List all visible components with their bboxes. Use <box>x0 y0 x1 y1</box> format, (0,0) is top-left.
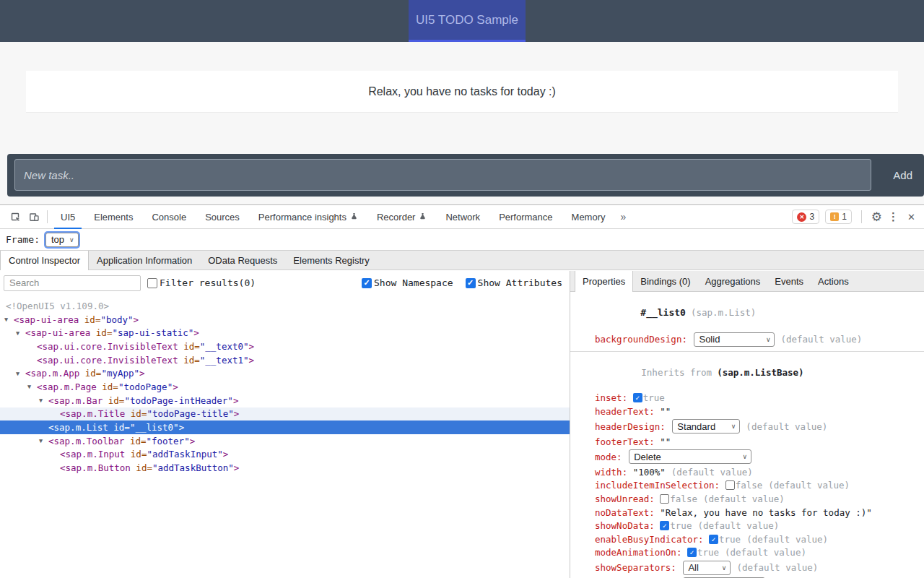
property-name: headerText: <box>595 406 660 417</box>
close-devtools-icon[interactable]: ✕ <box>905 212 918 223</box>
devtools-toolbar: UI5ElementsConsoleSourcesPerformance ins… <box>0 205 924 229</box>
property-row-includeiteminselection: includeItemInSelection: false(default va… <box>570 479 924 493</box>
chevron-down-icon: ∨ <box>722 564 727 571</box>
property-row-shownodata: showNoData: ✓true(default value) <box>570 519 924 532</box>
show-namespace-checkbox[interactable]: ✓ <box>362 278 372 288</box>
devtools-tab-recorder[interactable]: Recorder <box>367 205 436 229</box>
inherited-properties-section: inset: ✓trueheaderText: ""headerDesign: … <box>570 391 924 578</box>
tree-node-addtaskbutton[interactable]: <sap.m.Button id="addTaskButton"> <box>0 461 570 475</box>
property-bool-value: false <box>670 493 697 504</box>
add-task-toolbar: New task.. Add <box>7 154 924 197</box>
property-select-mode[interactable]: Delete∨ <box>629 449 751 464</box>
tree-search-row: Filter results(0) ✓ Show Namespace ✓ Sho… <box>0 271 570 295</box>
property-checkbox-showunread[interactable] <box>660 494 669 504</box>
tree-node-text1[interactable]: <sap.ui.core.InvisibleText id="__text1"> <box>0 353 570 367</box>
tree-node-text0[interactable]: <sap.ui.core.InvisibleText id="__text0"> <box>0 340 570 353</box>
devtools-tab-label: Console <box>152 212 186 223</box>
own-properties-section: backgroundDesign: Solid∨(default value) <box>570 331 924 352</box>
device-toolbar-icon[interactable] <box>25 207 43 226</box>
property-checkbox-inset[interactable]: ✓ <box>633 393 642 402</box>
inherits-from-class: (sap.m.ListBase) <box>717 367 803 378</box>
frame-select[interactable]: top ∨ <box>45 233 79 247</box>
properties-tab-aggregations[interactable]: Aggregations <box>698 271 768 291</box>
tree-node-todopage-intheader[interactable]: ▼<sap.m.Bar id="todoPage-intHeader"> <box>0 394 570 407</box>
devtools-tab-memory[interactable]: Memory <box>562 205 615 229</box>
properties-tab-events[interactable]: Events <box>767 271 811 291</box>
panel-tab-odata-requests[interactable]: OData Requests <box>200 251 285 269</box>
default-value-note: (default value) <box>746 421 827 432</box>
property-select-backgrounddesign[interactable]: Solid∨ <box>694 332 775 347</box>
no-data-text: Relax, you have no tasks for today :) <box>368 85 556 98</box>
panel-tab-control-inspector[interactable]: Control Inspector <box>0 251 89 270</box>
devtools-tab-sources[interactable]: Sources <box>196 205 249 229</box>
devtools-tab-performance[interactable]: Performance <box>489 205 562 229</box>
panel-tab-application-information[interactable]: Application Information <box>89 251 200 269</box>
properties-tab-bindings-0[interactable]: Bindings (0) <box>633 271 697 291</box>
tree-node-body[interactable]: ▼<sap-ui-area id="body"> <box>0 313 570 327</box>
warning-icon: ! <box>830 212 839 221</box>
tree-node-myapp[interactable]: ▼<sap.m.App id="myApp"> <box>0 366 570 380</box>
property-checkbox-shownodata[interactable]: ✓ <box>660 521 669 530</box>
selected-control-header: #__list0(sap.m.List) <box>570 293 924 331</box>
property-checkbox-enablebusyindicator[interactable]: ✓ <box>709 535 718 544</box>
inherits-from-header: Inherits from(sap.m.ListBase) <box>570 352 924 391</box>
properties-tab-properties[interactable]: Properties <box>575 271 633 292</box>
search-input[interactable] <box>4 275 141 291</box>
app-title: UI5 TODO Sample <box>416 13 518 27</box>
default-value-note: (default value) <box>671 467 753 478</box>
property-checkbox-modeanimationon[interactable]: ✓ <box>687 548 697 557</box>
property-row-inset: inset: ✓true <box>570 391 924 405</box>
more-tabs-icon[interactable]: » <box>615 211 632 223</box>
devtools-tab-ui5[interactable]: UI5 <box>51 205 84 229</box>
tree-node-footer[interactable]: ▼<sap.m.Toolbar id="footer"> <box>0 434 570 448</box>
devtools-tab-performance-insights[interactable]: Performance insights <box>249 205 367 229</box>
inspect-highlight-overlay: UI5 TODO Sample <box>409 0 526 42</box>
inspect-element-icon[interactable] <box>6 207 25 226</box>
tree-node-todopage[interactable]: ▼<sap.m.Page id="todoPage"> <box>0 380 570 394</box>
expand-arrow-icon[interactable]: ▼ <box>16 329 25 337</box>
devtools-tab-console[interactable]: Console <box>142 205 196 229</box>
tree-node-todopage-title[interactable]: <sap.m.Title id="todoPage-title"> <box>0 407 570 421</box>
tree-node-list0[interactable]: <sap.m.List id="__list0"> <box>0 420 570 434</box>
expand-arrow-icon[interactable]: ▼ <box>39 437 48 444</box>
show-namespace-option[interactable]: ✓ Show Namespace <box>362 277 453 288</box>
default-value-note: (default value) <box>768 480 850 491</box>
property-checkbox-includeiteminselection[interactable] <box>725 480 735 490</box>
property-row-width: width: "100%"(default value) <box>570 465 924 479</box>
devtools-tab-label: Sources <box>205 212 240 223</box>
tree-node-sap-ui-static[interactable]: ▼<sap-ui-area id="sap-ui-static"> <box>0 326 570 340</box>
devtools-tab-elements[interactable]: Elements <box>84 205 142 229</box>
property-name: footerText: <box>595 436 660 447</box>
panel-tab-elements-registry[interactable]: Elements Registry <box>285 251 377 269</box>
default-value-note: (default value) <box>780 334 862 345</box>
expand-arrow-icon[interactable]: ▼ <box>4 316 14 323</box>
properties-tab-actions[interactable]: Actions <box>811 271 856 291</box>
control-tree: <!OpenUI5 v1.109.0>▼<sap-ui-area id="bod… <box>0 295 570 578</box>
new-task-input[interactable]: New task.. <box>14 159 871 191</box>
expand-arrow-icon[interactable]: ▼ <box>27 383 37 390</box>
devtools-tab-network[interactable]: Network <box>436 205 489 229</box>
property-value: "100%" <box>633 467 666 478</box>
property-select-showseparators[interactable]: All∨ <box>683 561 731 575</box>
settings-gear-icon[interactable]: ⚙ <box>871 211 882 223</box>
filter-results-checkbox[interactable] <box>147 278 157 288</box>
toolbar-right-group: ✕ 3 ! 1 ⚙ ⋮ ✕ <box>792 210 918 224</box>
tree-node-addtaskinput[interactable]: <sap.m.Input id="addTaskInput"> <box>0 448 570 462</box>
property-row-headertext: headerText: "" <box>570 405 924 418</box>
expand-arrow-icon[interactable]: ▼ <box>16 370 25 377</box>
version-comment-text: <!OpenUI5 v1.109.0> <box>6 301 109 311</box>
error-badge[interactable]: ✕ 3 <box>792 210 819 224</box>
property-bool-value: true <box>670 520 692 531</box>
show-attributes-option[interactable]: ✓ Show Attributes <box>466 277 562 288</box>
filter-results-label: Filter results(0) <box>160 277 256 288</box>
kebab-menu-icon[interactable]: ⋮ <box>888 210 899 223</box>
inherits-from-label: Inherits from <box>641 367 712 378</box>
filter-results-option[interactable]: Filter results(0) <box>147 277 256 288</box>
add-task-button[interactable]: Add <box>893 154 912 197</box>
warning-badge[interactable]: ! 1 <box>825 210 852 224</box>
property-select-headerdesign[interactable]: Standard∨ <box>672 419 740 434</box>
frame-row: Frame: top ∨ <box>0 229 924 250</box>
expand-arrow-icon[interactable]: ▼ <box>39 397 48 404</box>
show-attributes-checkbox[interactable]: ✓ <box>466 278 476 288</box>
property-select-value: All <box>688 562 698 573</box>
